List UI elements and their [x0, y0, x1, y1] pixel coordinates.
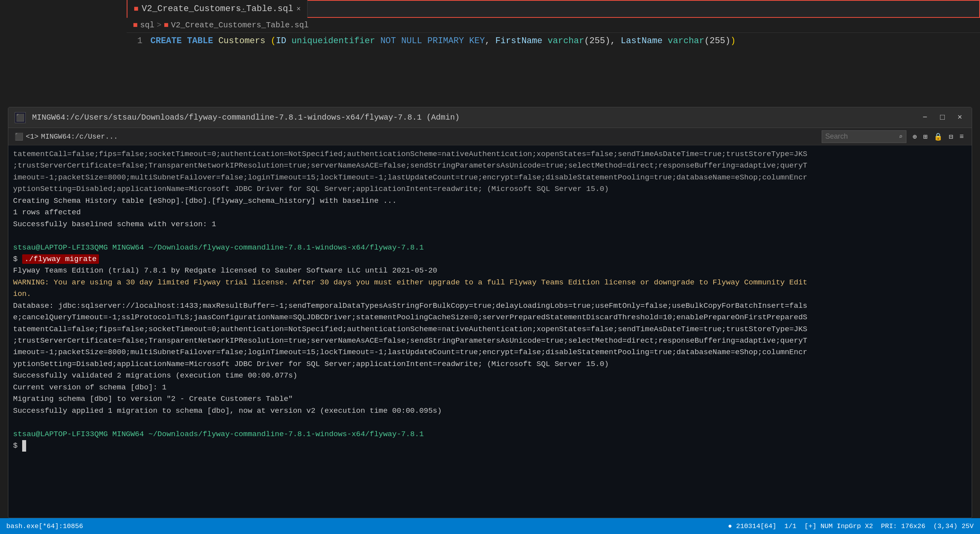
- term-line-16: ;trustServerCertificate=false;Transparen…: [13, 335, 967, 347]
- terminal-app-icon: ⬛: [15, 112, 26, 123]
- command-text: ./flyway migrate: [22, 254, 99, 264]
- line-number-1: 1: [127, 36, 150, 46]
- terminal-body[interactable]: tatementCall=false;fips=false;socketTime…: [8, 145, 972, 518]
- editor-content[interactable]: 1 CREATE TABLE Customers (ID uniqueident…: [127, 33, 980, 95]
- search-input[interactable]: [825, 132, 896, 141]
- term-line-23: [13, 417, 967, 428]
- status-dimensions: PRI: 176x26: [881, 523, 925, 530]
- breadcrumb-sep1: >: [157, 21, 161, 30]
- term-line-18: yptionSetting=Disabled;applicationName=M…: [13, 359, 967, 370]
- term-line-2: ;trustServerCertificate=false;Transparen…: [13, 160, 967, 172]
- tab-filename: V2_Create_Customers_Table.sql: [142, 4, 293, 14]
- term-line-7: Successfully baselined schema with versi…: [13, 219, 967, 230]
- status-position: (3,34) 25V: [933, 523, 974, 530]
- minimize-button[interactable]: −: [919, 112, 931, 123]
- terminal-tab-number: <1>: [26, 133, 38, 141]
- toolbar-icon-menu[interactable]: ≡: [958, 132, 965, 141]
- status-encoding: ● 210314[64]: [728, 523, 776, 530]
- toolbar-icon-plus[interactable]: ⊕: [911, 132, 919, 142]
- term-line-13: Database: jdbc:sqlserver://localhost:143…: [13, 300, 967, 312]
- breadcrumb-part1: sql: [140, 21, 154, 30]
- term-line-6: 1 rows affected: [13, 207, 967, 218]
- toolbar-icons: ⊕ ⊞ 🔒 ⊟ ≡: [911, 132, 965, 142]
- line-content-1: CREATE TABLE Customers (ID uniqueidentif…: [150, 36, 736, 46]
- toolbar-icon-layout[interactable]: ⊞: [922, 132, 929, 142]
- command-prompt-symbol: $: [13, 255, 22, 263]
- term-line-11: WARNING: You are using a 30 day limited …: [13, 277, 967, 288]
- terminal-title: MINGW64:/c/Users/stsau/Downloads/flyway-…: [32, 113, 913, 122]
- terminal-tab-1[interactable]: ⬛ <1> MINGW64:/c/User...: [15, 132, 118, 141]
- term-command-line: $ ./flyway migrate: [13, 254, 967, 265]
- term-line-20: Current version of schema [dbo]: 1: [13, 382, 967, 393]
- status-lines: 1/1: [784, 523, 797, 530]
- status-process-text: bash.exe[*64]:10856: [6, 523, 83, 530]
- status-bar: bash.exe[*64]:10856 ● 210314[64] 1/1 [+]…: [0, 518, 980, 534]
- terminal-controls: − □ ×: [919, 112, 965, 123]
- term-line-22: Successfully applied 1 migration to sche…: [13, 405, 967, 417]
- status-process: bash.exe[*64]:10856: [6, 523, 83, 530]
- toolbar-icon-lock[interactable]: 🔒: [932, 132, 944, 142]
- term-line-12: ion.: [13, 288, 967, 300]
- sql-file-icon: ■: [134, 4, 139, 13]
- term-prompt-1: stsau@LAPTOP-LFI33QMG MINGW64 ~/Download…: [13, 242, 967, 254]
- maximize-button[interactable]: □: [937, 112, 948, 123]
- term-line-21: Migrating schema [dbo] to version "2 - C…: [13, 393, 967, 405]
- terminal-window: ⬛ MINGW64:/c/Users/stsau/Downloads/flywa…: [8, 107, 972, 518]
- term-line-8: [13, 230, 967, 242]
- breadcrumb-sql-icon: ■: [133, 21, 138, 30]
- status-keyboard: [+] NUM InpGrp X2: [804, 523, 873, 530]
- term-line-5: Creating Schema History table [eShop].[d…: [13, 195, 967, 207]
- terminal-tab-icon: ⬛: [15, 132, 23, 141]
- status-right-items: ● 210314[64] 1/1 [+] NUM InpGrp X2 PRI: …: [728, 523, 974, 530]
- terminal-tab-path: MINGW64:/c/User...: [41, 133, 118, 141]
- breadcrumb-part2: V2_Create_Customers_Table.sql: [171, 21, 309, 30]
- term-line-15: tatementCall=false;fips=false;socketTime…: [13, 324, 967, 335]
- term-line-4: yptionSetting=Disabled;applicationName=M…: [13, 183, 967, 195]
- search-icon: ⌕: [899, 133, 903, 141]
- term-line-3: imeout=-1;packetSize=8000;multiSubnetFai…: [13, 172, 967, 183]
- tab-close-button[interactable]: ×: [296, 5, 301, 13]
- close-button[interactable]: ×: [954, 112, 965, 123]
- breadcrumb-bar: ■ sql > ■ V2_Create_Customers_Table.sql: [127, 18, 980, 33]
- terminal-titlebar: ⬛ MINGW64:/c/Users/stsau/Downloads/flywa…: [8, 107, 972, 128]
- breadcrumb-sql-icon2: ■: [164, 21, 169, 30]
- term-line-1: tatementCall=false;fips=false;socketTime…: [13, 149, 967, 160]
- terminal-toolbar: ⬛ <1> MINGW64:/c/User... ⌕ ⊕ ⊞ 🔒 ⊟ ≡: [8, 128, 972, 145]
- toolbar-icon-grid[interactable]: ⊟: [947, 132, 955, 142]
- search-container: ⌕: [822, 130, 906, 143]
- term-line-10: Flyway Teams Edition (trial) 7.8.1 by Re…: [13, 265, 967, 277]
- term-line-19: Successfully validated 2 migrations (exe…: [13, 370, 967, 381]
- term-prompt-2: stsau@LAPTOP-LFI33QMG MINGW64 ~/Download…: [13, 429, 967, 440]
- editor-tab-sql[interactable]: ■ V2_Create_Customers_Table.sql ×: [127, 0, 308, 18]
- editor-tab-bar: ··· ■ V2_Create_Customers_Table.sql ×: [127, 0, 980, 18]
- vscode-editor-area: ··· ■ V2_Create_Customers_Table.sql × ■ …: [0, 0, 980, 95]
- term-line-14: e;cancelQueryTimeout=-1;sslProtocol=TLS;…: [13, 312, 967, 323]
- term-prompt-final: $: [13, 440, 967, 452]
- tab-more-icon[interactable]: ···: [230, 5, 246, 15]
- term-line-17: imeout=-1;packetSize=8000;multiSubnetFai…: [13, 347, 967, 358]
- editor-line-1: 1 CREATE TABLE Customers (ID uniqueident…: [127, 36, 980, 52]
